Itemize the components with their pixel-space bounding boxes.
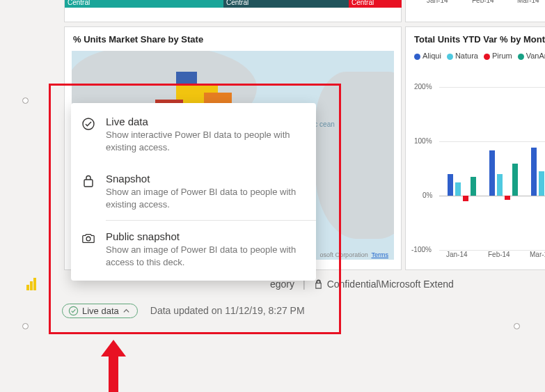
data-mode-popup: Live data Show interactive Power BI data… [71,103,316,281]
selection-handle[interactable] [514,323,520,329]
bar-chart-tile[interactable]: Total Units YTD Var % by Mont Aliqui Nat… [405,26,545,270]
popup-item-desc: Show interactive Power BI data to people… [106,129,303,153]
popup-item-snapshot[interactable]: Snapshot Show an image of Power BI data … [71,163,316,220]
chart-legend: Aliqui Natura Pirum VanAr [406,52,545,60]
segment-darkteal: Central [223,0,349,8]
popup-item-title: Public snapshot [106,230,303,242]
svg-point-3 [86,237,90,241]
powerbi-icon [26,276,39,292]
selection-handle[interactable] [22,323,29,329]
popup-item-public-snapshot[interactable]: Public snapshot Show an image of Power B… [71,221,316,278]
lock-icon [314,279,323,290]
svg-point-1 [83,118,94,130]
selection-handle[interactable] [22,97,29,104]
terms-link[interactable]: Terms [372,251,389,258]
dashboard-canvas: Central Central Central % Units Market S… [14,0,545,392]
popup-item-title: Live data [106,116,303,127]
segment-teal: Central [65,0,223,8]
chart-tile-small: Jan-14 Feb-14 Mar-14 [405,0,545,22]
live-data-dropdown[interactable]: Live data [62,304,138,318]
map-attribution: osoft Corporation Terms [320,251,388,258]
check-circle-icon [81,116,96,153]
popup-item-desc: Show an image of Power BI data to people… [106,186,303,210]
camera-icon [81,230,96,268]
svg-point-0 [69,306,77,315]
popup-item-live-data[interactable]: Live data Show interactive Power BI data… [71,106,316,163]
segment-label: Central [68,0,90,6]
chart-bars [445,88,545,244]
segment-label: Central [226,0,248,6]
data-updated-label: Data updated on 11/12/19, 8:27 PM [150,305,305,316]
svg-rect-2 [84,180,93,187]
chevron-up-icon [123,307,130,315]
confidential-label: Confidential\Microsoft Extend [327,279,454,290]
segment-red: Central [349,0,402,8]
map-title: % Units Market Share by State [65,27,401,52]
segment-tile: Central Central Central [64,0,402,22]
footer-row: Live data Data updated on 11/12/19, 8:27… [62,302,545,319]
segment-label: Central [352,0,374,6]
popup-item-desc: Show an image of Power BI data to people… [106,244,303,268]
check-circle-icon [68,306,79,316]
annotation-arrow [101,340,126,392]
chart-title: Total Units YTD Var % by Mont [406,27,545,52]
popup-item-title: Snapshot [106,173,303,185]
pill-label: Live data [82,306,119,316]
lock-icon [81,173,96,210]
